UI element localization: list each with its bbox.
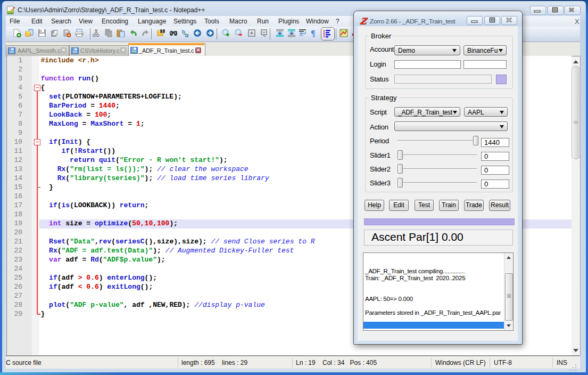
svg-text:¶: ¶ — [311, 29, 316, 37]
